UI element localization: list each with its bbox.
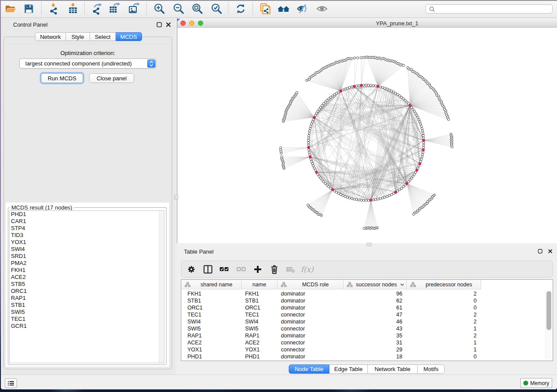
table-row[interactable]: TEC1TEC1connector472 <box>181 311 553 318</box>
result-node-item[interactable]: YOX1 <box>10 239 164 246</box>
column-header-name[interactable]: name <box>242 280 277 289</box>
column-header-shared-name[interactable]: shared name <box>181 280 242 289</box>
float-panel-icon[interactable] <box>156 22 162 28</box>
toolbar-separator <box>146 2 147 15</box>
import-network-button[interactable] <box>46 2 60 16</box>
export-image-button[interactable] <box>127 2 141 16</box>
hide-eye-button[interactable] <box>295 2 309 16</box>
vertical-splitter-handle[interactable] <box>174 195 178 199</box>
copy-network-button[interactable] <box>258 2 272 16</box>
table-row[interactable]: ACE2ACE2connector311 <box>181 339 553 346</box>
cell-name: STB1 <box>245 297 259 304</box>
column-header-predecessor-nodes[interactable]: predecessor nodes <box>407 280 481 289</box>
table-header: shared namenameMCDS rolesuccessor nodesp… <box>181 280 481 289</box>
cell-successor-nodes: 47 <box>343 311 402 318</box>
network-window-titlebar[interactable]: YPA_prune.txt_1 <box>177 19 557 28</box>
folder-open-button[interactable] <box>3 2 17 16</box>
network-canvas[interactable] <box>177 28 557 243</box>
export-table-button[interactable] <box>107 2 121 16</box>
homes-button[interactable] <box>277 2 291 16</box>
add-icon <box>252 264 263 275</box>
search-box[interactable] <box>426 4 553 14</box>
table-row[interactable]: SWI4SWI4dominator462 <box>181 318 553 325</box>
result-node-item[interactable]: PHD1 <box>10 211 164 218</box>
toolbar-separator <box>228 2 228 15</box>
cell-successor-nodes: 61 <box>343 304 402 311</box>
cell-name: TEC1 <box>245 311 259 318</box>
result-node-item[interactable]: STB1 <box>10 302 164 309</box>
memory-button[interactable]: Memory <box>520 378 552 388</box>
status-bar: Memory <box>1 375 557 389</box>
table-scrollbar-track[interactable] <box>545 290 551 360</box>
horizontal-splitter[interactable] <box>177 243 557 247</box>
column-header-MCDS-role[interactable]: MCDS role <box>277 280 343 289</box>
result-node-item[interactable]: TID3 <box>10 232 164 239</box>
optimization-criterion-select[interactable]: largest connected component (undirected) <box>19 58 156 69</box>
result-node-item[interactable]: FKH1 <box>10 267 164 274</box>
tab-mcds[interactable]: MCDS <box>116 32 142 41</box>
select-all-button[interactable] <box>218 264 230 275</box>
network-graph <box>177 28 557 243</box>
columns-button[interactable] <box>202 264 214 275</box>
table-row[interactable]: STB1STB1dominator620 <box>181 297 553 304</box>
tab-motifs[interactable]: Motifs <box>418 364 445 374</box>
result-node-item[interactable]: ACE2 <box>10 274 164 281</box>
cell-mcds-role: dominator <box>281 297 305 304</box>
table-row[interactable]: RAP1RAP1dominator352 <box>181 332 553 339</box>
result-node-item[interactable]: GCR1 <box>10 323 164 330</box>
tab-style[interactable]: Style <box>66 32 90 41</box>
float-table-panel-icon[interactable] <box>538 249 543 254</box>
search-input[interactable] <box>435 6 552 12</box>
zoom-selected-button[interactable] <box>209 2 223 16</box>
run-mcds-button[interactable]: Run MCDS <box>41 73 83 83</box>
table-row[interactable]: SWI5SWI5connector431 <box>181 325 553 332</box>
tab-node-table[interactable]: Node Table <box>289 364 329 374</box>
refresh-button[interactable] <box>234 2 248 16</box>
horizontal-splitter-handle[interactable] <box>367 243 372 246</box>
close-table-panel-icon[interactable] <box>548 249 554 254</box>
import-table-button[interactable] <box>66 2 80 16</box>
tab-edge-table[interactable]: Edge Table <box>329 364 368 374</box>
save-button[interactable] <box>22 2 36 16</box>
result-node-item[interactable]: RAP1 <box>10 295 164 302</box>
add-button[interactable] <box>252 264 264 275</box>
shared-column-icon <box>347 282 353 287</box>
task-list-button[interactable] <box>5 378 17 388</box>
cell-mcds-role: dominator <box>281 318 305 325</box>
result-node-item[interactable]: ORC1 <box>10 288 164 295</box>
result-scrollbar[interactable] <box>159 211 163 363</box>
result-node-item[interactable]: STP4 <box>10 225 164 232</box>
tab-select[interactable]: Select <box>90 32 116 41</box>
result-node-item[interactable]: TEC1 <box>10 316 164 323</box>
gear-button[interactable] <box>185 264 197 275</box>
control-panel-title: Control Panel <box>13 21 48 28</box>
table-row[interactable]: YOX1YOX1connector291 <box>181 346 553 353</box>
eye-button[interactable] <box>315 2 329 16</box>
column-header-successor-nodes[interactable]: successor nodes <box>343 280 407 289</box>
table-scrollbar-thumb[interactable] <box>547 291 551 330</box>
table-row[interactable]: ORC1ORC1dominator610 <box>181 304 553 311</box>
cell-shared-name: SWI5 <box>187 325 201 332</box>
table-row[interactable]: FKH1FKH1dominator962 <box>181 290 553 297</box>
tab-network[interactable]: Network <box>35 32 66 41</box>
zoom-out-button[interactable] <box>171 2 185 16</box>
result-node-item[interactable]: STB5 <box>10 281 164 288</box>
close-panel-icon[interactable] <box>166 22 171 28</box>
zoom-fit-button[interactable] <box>190 2 204 16</box>
export-network-button[interactable] <box>90 2 104 16</box>
close-panel-button[interactable]: Close panel <box>89 73 134 83</box>
deselect-all-button[interactable] <box>235 264 247 275</box>
result-node-item[interactable]: SWI4 <box>10 246 164 253</box>
zoom-fit-icon <box>191 3 203 15</box>
result-node-item[interactable]: SWI5 <box>10 309 164 316</box>
trash-button[interactable] <box>268 264 280 275</box>
result-node-item[interactable]: PMA2 <box>10 260 164 267</box>
eye-icon <box>316 3 328 15</box>
table-row[interactable]: PHD1PHD1dominator180 <box>181 353 553 360</box>
tab-network-table[interactable]: Network Table <box>368 364 418 374</box>
result-node-item[interactable]: SRD1 <box>10 253 164 260</box>
zoom-in-button[interactable] <box>152 2 166 16</box>
result-node-item[interactable]: CAR1 <box>10 218 164 225</box>
cell-successor-nodes: 46 <box>343 318 402 325</box>
mcds-result-list[interactable]: PHD1CAR1STP4TID3YOX1SWI4SRD1PMA2FKH1ACE2… <box>9 210 164 363</box>
